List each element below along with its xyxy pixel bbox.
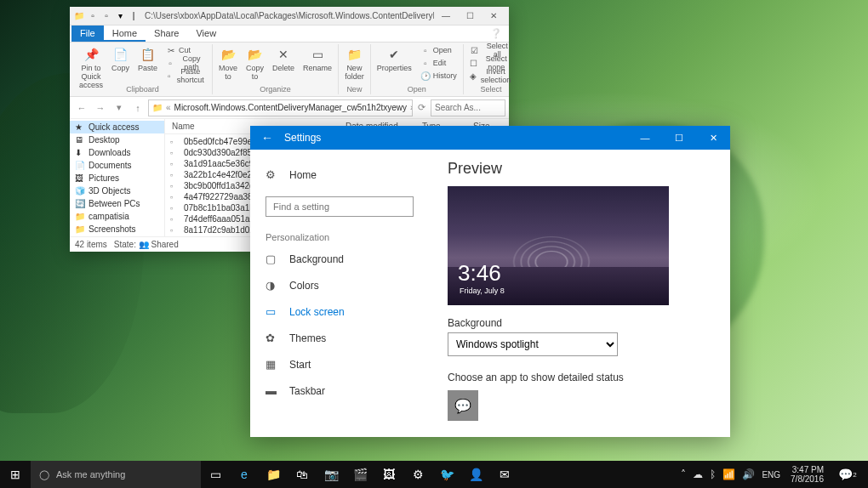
breadcrumb-0[interactable]: Microsoft.Windows.ContentDeliveryManager…: [174, 103, 407, 112]
sidebar-item-colors[interactable]: ◑Colors: [250, 272, 429, 298]
task-view-icon[interactable]: ▭: [201, 461, 230, 488]
sidebar-item-label: Start: [289, 359, 311, 371]
paste-shortcut-button[interactable]: ▫Paste shortcut: [163, 70, 208, 82]
camera-icon[interactable]: 📷: [317, 461, 345, 488]
tab-share[interactable]: Share: [146, 26, 187, 42]
nav-item[interactable]: ⬇Downloads: [70, 146, 164, 159]
sidebar-item-background[interactable]: ▢Background: [250, 246, 429, 272]
status-app-button[interactable]: 💬: [448, 390, 478, 421]
explorer-titlebar[interactable]: 📁 ▫ ▫ ▾ | C:\Users\xbox\AppData\Local\Pa…: [70, 7, 509, 26]
properties-button[interactable]: ✔Properties: [374, 44, 414, 74]
sidebar-item-start[interactable]: ▦Start: [250, 351, 429, 377]
tray-chevron-icon[interactable]: ˄: [681, 468, 686, 480]
twitter-icon[interactable]: 🐦: [432, 461, 461, 488]
sidebar-item-taskbar[interactable]: ▬Taskbar: [250, 377, 429, 404]
nav-item-icon: ⬇: [75, 148, 85, 157]
nav-item[interactable]: 📄Documents: [70, 159, 164, 172]
minimize-button[interactable]: —: [628, 126, 662, 150]
close-button[interactable]: ✕: [482, 8, 505, 25]
nav-forward-icon[interactable]: →: [92, 99, 109, 116]
history-button[interactable]: 🕑History: [418, 70, 460, 82]
nav-item[interactable]: ★Quick access: [70, 121, 164, 133]
photos-icon[interactable]: 🖼: [374, 461, 403, 488]
settings-sidebar: ⚙Home Personalization ▢Background◑Colors…: [250, 150, 429, 437]
settings-icon[interactable]: ⚙: [403, 461, 432, 488]
tab-view[interactable]: View: [187, 26, 225, 42]
movies-icon[interactable]: 🎬: [345, 461, 374, 488]
new-folder-button[interactable]: 📁New folder: [342, 44, 367, 82]
open-button[interactable]: ▫Open: [418, 44, 460, 56]
qat-new-icon[interactable]: ▫: [100, 10, 112, 22]
choose-app-label: Choose an app to show detailed status: [448, 372, 711, 383]
ribbon-help-icon[interactable]: ❔: [483, 26, 509, 42]
action-center-icon[interactable]: 💬2: [834, 461, 861, 488]
paste-button[interactable]: 📋Paste: [135, 44, 160, 74]
nav-item[interactable]: 📁campatisia: [70, 210, 164, 223]
nav-item[interactable]: 🖼Pictures: [70, 172, 164, 184]
maximize-button[interactable]: ☐: [458, 8, 482, 25]
taskbar-clock[interactable]: 3:47 PM 7/8/2016: [787, 465, 827, 484]
edge-icon[interactable]: e: [230, 461, 259, 488]
bluetooth-icon[interactable]: ᛒ: [710, 468, 716, 480]
breadcrumb[interactable]: 📁 « Microsoft.Windows.ContentDeliveryMan…: [148, 99, 413, 116]
cortana-search[interactable]: ◯ Ask me anything: [31, 461, 201, 488]
tab-home[interactable]: Home: [104, 26, 146, 42]
explorer-icon[interactable]: 📁: [259, 461, 288, 488]
nav-history-icon[interactable]: ▾: [111, 99, 128, 116]
people-icon[interactable]: 👤: [461, 461, 490, 488]
file-icon: ▫: [170, 160, 180, 168]
delete-button[interactable]: ✕Delete: [270, 44, 297, 74]
sidebar-home[interactable]: ⚙Home: [250, 160, 429, 190]
nav-item[interactable]: 🔄Between PCs: [70, 197, 164, 210]
sidebar-item-themes[interactable]: ✿Themes: [250, 325, 429, 351]
nav-item-label: Between PCs: [89, 199, 140, 208]
file-icon: ▫: [170, 215, 180, 224]
qat-properties-icon[interactable]: ▫: [87, 10, 99, 22]
invert-selection-button[interactable]: ◈Invert selection: [467, 70, 516, 82]
pin-quick-access-button[interactable]: 📌Pin to Quick access: [77, 44, 106, 91]
onedrive-icon[interactable]: ☁: [693, 468, 703, 480]
nav-up-icon[interactable]: ↑: [129, 99, 146, 116]
ribbon: 📌Pin to Quick access 📄Copy 📋Paste ✂Cut ▫…: [70, 43, 509, 97]
copy-to-button[interactable]: 📂Copy to: [243, 44, 266, 82]
nav-back-icon[interactable]: ←: [73, 99, 90, 116]
edit-button[interactable]: ▫Edit: [418, 57, 460, 69]
back-button[interactable]: ←: [250, 131, 284, 145]
cortana-icon: ◯: [39, 469, 49, 480]
sidebar-item-lock-screen[interactable]: ▭Lock screen: [250, 298, 429, 325]
close-button[interactable]: ✕: [696, 126, 730, 150]
nav-item-icon: 📁: [75, 224, 85, 234]
explorer-search-input[interactable]: [431, 99, 505, 116]
rename-button[interactable]: ▭Rename: [300, 44, 334, 74]
nav-item[interactable]: 🖥Desktop: [70, 133, 164, 146]
sidebar-item-label: Taskbar: [289, 385, 325, 397]
file-icon: ▫: [170, 204, 180, 213]
qat-dropdown-icon[interactable]: ▾: [114, 10, 126, 22]
move-to-button[interactable]: 📂Move to: [216, 44, 240, 82]
settings-search-input[interactable]: [266, 196, 414, 217]
nav-item-icon: 🖥: [75, 135, 85, 145]
nav-item[interactable]: 📁Screenshots: [70, 223, 164, 235]
nav-item-icon: 🖼: [75, 173, 85, 183]
background-select[interactable]: Windows spotlight: [448, 332, 618, 356]
minimize-button[interactable]: —: [434, 8, 458, 25]
mail-icon[interactable]: ✉: [490, 461, 519, 488]
refresh-icon[interactable]: ⟳: [414, 102, 429, 113]
nav-item[interactable]: 📁System32: [70, 235, 164, 236]
language-indicator[interactable]: ENG: [762, 470, 780, 479]
tab-file[interactable]: File: [71, 26, 104, 42]
sidebar-item-icon: ▭: [266, 305, 279, 318]
nav-item[interactable]: 🧊3D Objects: [70, 184, 164, 197]
settings-titlebar[interactable]: ← Settings — ☐ ✕: [250, 126, 730, 150]
sidebar-item-icon: ◑: [266, 279, 279, 292]
volume-icon[interactable]: 🔊: [742, 468, 755, 480]
file-icon: ▫: [170, 226, 180, 235]
store-icon[interactable]: 🛍: [288, 461, 317, 488]
item-count: 42 items: [75, 240, 107, 249]
wifi-icon[interactable]: 📶: [722, 468, 735, 480]
maximize-button[interactable]: ☐: [662, 126, 696, 150]
copy-button[interactable]: 📄Copy: [109, 44, 132, 74]
folder-icon: 📁: [73, 10, 85, 22]
start-button[interactable]: ⊞: [0, 461, 31, 488]
system-tray: ˄ ☁ ᛒ 📶 🔊 ENG 3:47 PM 7/8/2016 💬2: [674, 461, 868, 488]
